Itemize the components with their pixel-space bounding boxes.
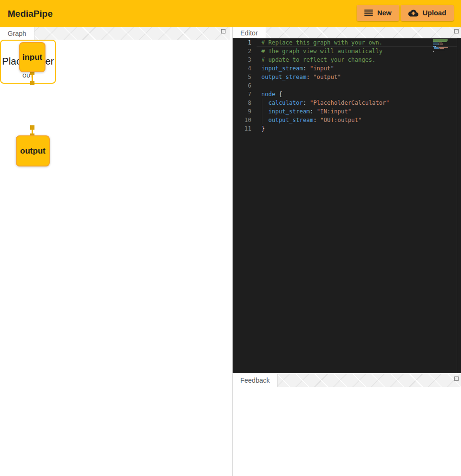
tab-graph[interactable]: Graph: [0, 27, 34, 40]
code-line[interactable]: 3# update to reflect your changes.: [233, 55, 461, 64]
minimap-line: [433, 51, 451, 52]
code-text: output_stream: "OUT:output": [261, 116, 362, 124]
editor-maximize-icon[interactable]: [454, 29, 459, 33]
upload-button[interactable]: Upload: [401, 5, 454, 21]
line-number: 2: [233, 47, 251, 55]
feedback-maximize-icon[interactable]: [454, 376, 459, 381]
line-number: 11: [233, 124, 251, 133]
line-number: 5: [233, 73, 251, 81]
code-text: # The graph view will automatically: [261, 47, 382, 55]
code-text: input_stream: "IN:input": [261, 107, 351, 116]
line-number: 3: [233, 55, 251, 64]
code-text: output_stream: "output": [261, 73, 341, 81]
code-line[interactable]: 4input_stream: "input": [233, 64, 461, 73]
code-line[interactable]: 10 output_stream: "OUT:output": [233, 116, 461, 124]
upload-button-label: Upload: [423, 9, 446, 17]
cloud-upload-icon: [408, 8, 418, 18]
app-header: MediaPipe New Upload: [0, 0, 461, 27]
code-line[interactable]: 1# Replace this graph with your own.: [233, 38, 461, 47]
line-number: 10: [233, 116, 251, 124]
feedback-content: [233, 387, 461, 476]
code-text: # Replace this graph with your own.: [261, 38, 382, 47]
code-line[interactable]: 9 input_stream: "IN:input": [233, 107, 461, 116]
node-output-label: output: [20, 146, 45, 156]
tab-feedback[interactable]: Feedback: [233, 374, 278, 387]
code-line[interactable]: 6: [233, 81, 461, 90]
line-number: 9: [233, 107, 251, 116]
code-line[interactable]: 5output_stream: "output": [233, 73, 461, 81]
new-button[interactable]: New: [357, 5, 399, 21]
code-text: # update to reflect your changes.: [261, 55, 375, 64]
code-line[interactable]: 8 calculator: "PlaceholderCalculator": [233, 99, 461, 107]
line-number: 4: [233, 64, 251, 73]
header-actions: New Upload: [357, 5, 454, 21]
mediapipe-visualizer: MediaPipe New Upload Graph: [0, 0, 461, 476]
code-line[interactable]: 11}: [233, 124, 461, 133]
code-text: }: [261, 124, 265, 133]
graph-maximize-icon[interactable]: [221, 29, 225, 33]
line-number: 1: [233, 38, 251, 47]
edge-port-dot: [30, 81, 34, 85]
code-text: input_stream: "input": [261, 64, 334, 73]
line-number: 6: [233, 81, 251, 90]
graph-tabbar: Graph: [0, 27, 230, 40]
graph-node-input[interactable]: input: [19, 42, 45, 72]
tab-editor-label: Editor: [240, 29, 258, 37]
app-title: MediaPipe: [8, 9, 53, 19]
line-number: 8: [233, 99, 251, 107]
new-button-label: New: [377, 9, 392, 17]
line-number: 7: [233, 90, 251, 99]
code-line[interactable]: 2# The graph view will automatically: [233, 47, 461, 55]
graph-panel: Graph input IN Placeholder OUT output: [0, 27, 230, 476]
edge-port-dot: [30, 125, 34, 130]
tab-feedback-label: Feedback: [240, 376, 270, 384]
code-text: calculator: "PlaceholderCalculator": [261, 99, 389, 107]
graph-canvas[interactable]: input IN Placeholder OUT output: [0, 40, 230, 476]
tab-editor[interactable]: Editor: [233, 27, 266, 38]
code-text: node {: [261, 90, 282, 99]
editor-scrollbar[interactable]: [457, 38, 457, 373]
editor-tabbar: Editor: [233, 27, 461, 38]
editor-panel: Editor 1# Replace this graph with your o…: [232, 27, 461, 373]
feedback-tabbar: Feedback: [233, 374, 461, 387]
code-editor[interactable]: 1# Replace this graph with your own.2# T…: [233, 38, 461, 373]
feedback-panel: Feedback: [232, 373, 461, 476]
node-input-label: input: [22, 53, 43, 62]
menu-lines-icon: [364, 10, 373, 16]
minimap[interactable]: [433, 39, 451, 52]
code-line[interactable]: 7node {: [233, 90, 461, 99]
editor-code: 1# Replace this graph with your own.2# T…: [233, 38, 461, 133]
graph-node-output[interactable]: output: [16, 135, 50, 166]
tab-graph-label: Graph: [8, 30, 26, 37]
